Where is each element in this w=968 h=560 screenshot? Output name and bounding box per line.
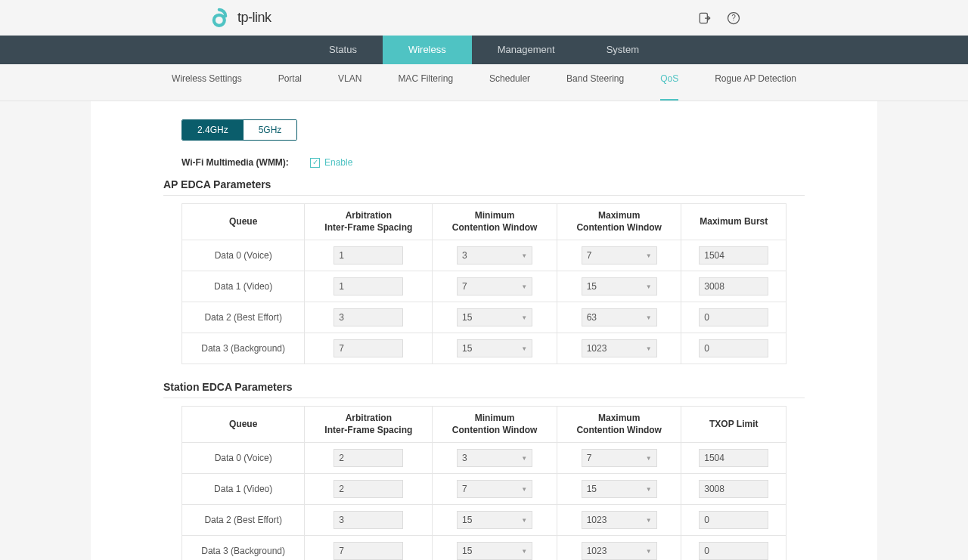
select[interactable]: 15▼ (457, 308, 532, 326)
chevron-down-icon: ▼ (646, 345, 652, 352)
select[interactable]: 15▼ (457, 511, 532, 529)
input[interactable] (334, 246, 403, 265)
chevron-down-icon: ▼ (521, 455, 527, 462)
select[interactable]: 15▼ (582, 277, 657, 295)
queue-cell: Data 1 (Video) (182, 271, 305, 302)
sub-nav: Wireless SettingsPortalVLANMAC Filtering… (0, 64, 968, 101)
main-nav-system[interactable]: System (581, 36, 665, 64)
svg-text:?: ? (731, 14, 736, 22)
chevron-down-icon: ▼ (521, 548, 527, 555)
station-edca-title: Station EDCA Parameters (163, 381, 805, 398)
select[interactable]: 7▼ (582, 246, 657, 265)
select[interactable]: 1023▼ (582, 339, 657, 357)
input[interactable] (699, 480, 768, 498)
sub-nav-portal[interactable]: Portal (278, 73, 302, 91)
th-txop: TXOP Limit (681, 407, 786, 443)
top-bar: tp-link ? (0, 0, 968, 36)
th-aifs: ArbitrationInter-Frame Spacing (305, 204, 433, 240)
chevron-down-icon: ▼ (646, 517, 652, 524)
chevron-down-icon: ▼ (521, 345, 527, 352)
input[interactable] (334, 339, 403, 357)
select[interactable]: 1023▼ (582, 511, 657, 529)
th-aifs: ArbitrationInter-Frame Spacing (305, 407, 433, 443)
svg-point-0 (214, 14, 225, 25)
th-cwmin: MinimumContention Window (433, 204, 557, 240)
queue-cell: Data 0 (Voice) (182, 443, 305, 474)
queue-cell: Data 3 (Background) (182, 536, 305, 560)
chevron-down-icon: ▼ (646, 455, 652, 462)
input[interactable] (334, 542, 403, 560)
select[interactable]: 15▼ (582, 480, 657, 498)
queue-cell: Data 2 (Best Effort) (182, 505, 305, 536)
select[interactable]: 15▼ (457, 542, 532, 560)
ap-edca-title: AP EDCA Parameters (163, 178, 805, 196)
input[interactable] (699, 542, 768, 560)
sub-nav-rogue-ap-detection[interactable]: Rogue AP Detection (715, 73, 796, 91)
chevron-down-icon: ▼ (521, 283, 527, 290)
table-row: Data 3 (Background)15▼1023▼ (182, 536, 786, 560)
select[interactable]: 3▼ (457, 449, 532, 467)
input[interactable] (334, 308, 403, 326)
table-row: Data 1 (Video)7▼15▼ (182, 474, 786, 505)
select[interactable]: 7▼ (457, 277, 532, 295)
input[interactable] (334, 480, 403, 498)
main-nav-management[interactable]: Management (472, 36, 581, 64)
station-edca-table: Queue ArbitrationInter-Frame Spacing Min… (182, 406, 786, 560)
sub-nav-qos[interactable]: QoS (660, 73, 678, 101)
th-cwmax: MaximumContention Window (557, 407, 681, 443)
input[interactable] (334, 511, 403, 529)
queue-cell: Data 0 (Voice) (182, 240, 305, 271)
th-queue: Queue (182, 204, 305, 240)
logout-icon[interactable] (697, 11, 712, 26)
input[interactable] (334, 277, 403, 295)
brand-text: tp-link (237, 10, 271, 26)
table-row: Data 0 (Voice)3▼7▼ (182, 443, 786, 474)
wmm-label: Wi-Fi Multimedia (WMM): (182, 157, 310, 168)
help-icon[interactable]: ? (726, 11, 741, 26)
select[interactable]: 3▼ (457, 246, 532, 265)
select[interactable]: 1023▼ (582, 542, 657, 560)
input[interactable] (699, 511, 768, 529)
sub-nav-wireless-settings[interactable]: Wireless Settings (172, 73, 242, 91)
input[interactable] (699, 277, 768, 295)
input[interactable] (699, 246, 768, 265)
th-cwmax: MaximumContention Window (557, 204, 681, 240)
chevron-down-icon: ▼ (521, 517, 527, 524)
chevron-down-icon: ▼ (521, 486, 527, 493)
chevron-down-icon: ▼ (646, 314, 652, 321)
band-tab-24ghz[interactable]: 2.4GHz (182, 120, 244, 140)
input[interactable] (699, 449, 768, 467)
select[interactable]: 63▼ (582, 308, 657, 326)
band-tab-5ghz[interactable]: 5GHz (244, 120, 297, 140)
input[interactable] (699, 308, 768, 326)
input[interactable] (699, 339, 768, 357)
select[interactable]: 7▼ (582, 449, 657, 467)
th-cwmin: MinimumContention Window (433, 407, 557, 443)
wmm-checkbox[interactable] (310, 158, 320, 168)
th-queue: Queue (182, 407, 305, 443)
content: 2.4GHz5GHz Wi-Fi Multimedia (WMM): Enabl… (91, 101, 877, 560)
ap-edca-table: Queue ArbitrationInter-Frame Spacing Min… (182, 203, 786, 364)
queue-cell: Data 3 (Background) (182, 333, 305, 364)
chevron-down-icon: ▼ (646, 548, 652, 555)
input[interactable] (334, 449, 403, 467)
main-nav-status[interactable]: Status (303, 36, 383, 64)
band-tabs: 2.4GHz5GHz (182, 119, 297, 141)
table-row: Data 3 (Background)15▼1023▼ (182, 333, 786, 364)
tplink-logo-icon (212, 8, 233, 29)
select[interactable]: 15▼ (457, 339, 532, 357)
table-row: Data 1 (Video)7▼15▼ (182, 271, 786, 302)
chevron-down-icon: ▼ (646, 486, 652, 493)
sub-nav-scheduler[interactable]: Scheduler (489, 73, 530, 91)
th-burst: Maximum Burst (681, 204, 786, 240)
sub-nav-mac-filtering[interactable]: MAC Filtering (398, 73, 453, 91)
chevron-down-icon: ▼ (521, 314, 527, 321)
table-row: Data 0 (Voice)3▼7▼ (182, 240, 786, 271)
sub-nav-band-steering[interactable]: Band Steering (566, 73, 624, 91)
main-nav-wireless[interactable]: Wireless (383, 36, 472, 64)
table-row: Data 2 (Best Effort)15▼1023▼ (182, 505, 786, 536)
queue-cell: Data 1 (Video) (182, 474, 305, 505)
chevron-down-icon: ▼ (646, 283, 652, 290)
sub-nav-vlan[interactable]: VLAN (338, 73, 361, 91)
select[interactable]: 7▼ (457, 480, 532, 498)
